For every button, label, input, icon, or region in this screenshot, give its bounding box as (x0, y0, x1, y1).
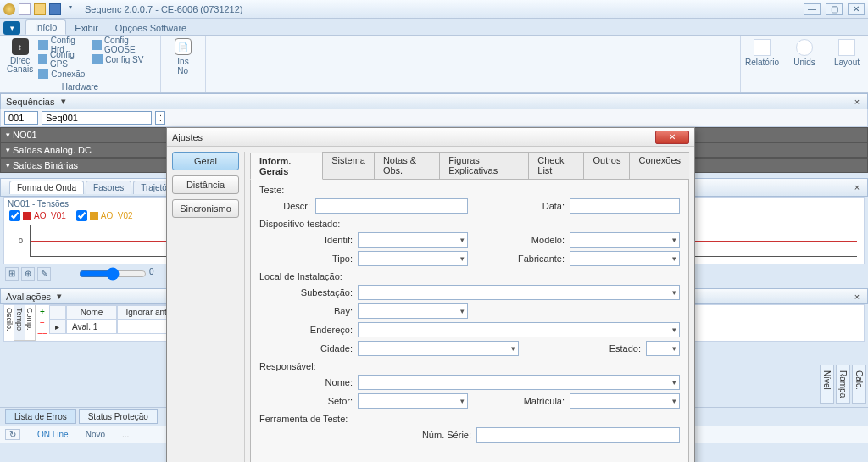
ribbon-tab-exibir[interactable]: Exibir (66, 21, 107, 35)
vtab-calc[interactable]: Calc. (852, 365, 866, 404)
combo-nome[interactable] (358, 375, 680, 390)
sequence-name-input[interactable] (42, 111, 152, 125)
dtab-inform-gerais[interactable]: Inform. Gerais (250, 153, 323, 180)
ribbon-tab-opcoes[interactable]: Opções Software (107, 21, 195, 35)
combo-subestacao[interactable] (358, 285, 680, 300)
sequence-count-input[interactable] (155, 111, 165, 125)
tab-lista-erros[interactable]: Lista de Erros (5, 409, 76, 424)
dropdown-icon[interactable]: ▾ (64, 3, 76, 15)
save-icon[interactable] (49, 3, 61, 15)
combo-setor[interactable] (358, 393, 468, 409)
dtab-outros[interactable]: Outros (583, 152, 630, 179)
refresh-icon[interactable]: ↻ (5, 429, 20, 440)
col-nome[interactable]: Nome (66, 305, 117, 320)
dialog-close-button[interactable]: ✕ (655, 131, 689, 144)
right-vertical-tabs: Nível Rampa Calc. (820, 365, 866, 404)
input-data[interactable] (570, 198, 680, 214)
vtab-rampa[interactable]: Rampa (836, 365, 850, 404)
ribbon-group-hardware: ↕ Direc Canais Config Hrd Config GPS Con… (0, 36, 161, 92)
sequence-id-input[interactable] (4, 111, 38, 125)
seq-node-label: Saídas Binárias (13, 160, 78, 170)
tool-btn[interactable]: ⊕ (21, 267, 35, 281)
legend-checkbox[interactable] (76, 210, 87, 221)
table-row[interactable]: ▸ Aval. 1 (49, 320, 185, 334)
combo-identif[interactable] (358, 232, 468, 248)
open-icon[interactable] (34, 3, 46, 15)
combo-estado[interactable] (646, 341, 680, 356)
legend-label: AO_V01 (34, 211, 66, 220)
legend-checkbox[interactable] (9, 210, 20, 221)
combo-bay[interactable] (358, 303, 468, 319)
direc-canais-icon: ↕ (12, 38, 29, 55)
side-distancia[interactable]: Distância (172, 175, 239, 194)
panel-close-icon[interactable]: × (852, 97, 862, 107)
minimize-button[interactable]: — (804, 3, 821, 15)
combo-fabricante[interactable] (570, 251, 680, 266)
avaliacoes-title: Avaliações (6, 292, 51, 302)
vlabel-oscilo[interactable]: Oscilo. (4, 305, 14, 341)
direc-canais-button[interactable]: ↕ Direc Canais (5, 38, 35, 74)
workspace: Sequências ▾ × ▾NO01 ▾Saídas Analog. DC … (0, 93, 868, 407)
legend-item-ao-v02[interactable]: AO_V02 (76, 210, 133, 221)
relatorio-button[interactable]: Relatório (741, 36, 783, 92)
dtab-conexoes[interactable]: Conexões (629, 152, 689, 179)
legend-swatch (90, 212, 98, 220)
conexao-button[interactable]: Conexão (38, 67, 89, 81)
legend-label: AO_V02 (101, 211, 133, 220)
table-header-row: Nome Ignorar antes (49, 305, 185, 320)
remove-button[interactable]: − (37, 318, 47, 328)
ins-button[interactable]: 📄 InsNo (166, 38, 200, 75)
dtab-sistema[interactable]: Sistema (322, 152, 375, 179)
tab-status-protecao[interactable]: Status Proteção (79, 409, 158, 424)
dtab-checklist[interactable]: Check List (528, 152, 584, 179)
zoom-slider[interactable] (79, 267, 147, 281)
combo-cidade[interactable] (358, 341, 519, 356)
dtab-notas[interactable]: Notas & Obs. (374, 152, 440, 179)
combo-modelo[interactable] (570, 232, 680, 248)
tab-fasores[interactable]: Fasores (86, 181, 131, 194)
vlabel-comp[interactable]: Comp. (25, 305, 35, 341)
remove-all-button[interactable]: −− (37, 329, 47, 339)
section-label-teste: Teste: (259, 185, 680, 195)
satellite-icon (38, 54, 47, 64)
side-sincronismo[interactable]: Sincronismo (172, 199, 239, 218)
close-button[interactable]: ✕ (848, 3, 865, 15)
tool-btn[interactable]: ✎ (37, 267, 51, 281)
document-icon: 📄 (175, 38, 192, 55)
config-sv-button[interactable]: Config SV (92, 53, 155, 66)
input-num-serie[interactable] (476, 427, 680, 443)
pin-icon[interactable]: ▾ (58, 96, 69, 107)
legend-item-ao-v01[interactable]: AO_V01 (9, 210, 66, 221)
new-icon[interactable] (19, 3, 31, 15)
input-descr[interactable] (315, 198, 468, 214)
config-goose-button[interactable]: Config GOOSE (92, 38, 155, 52)
vlabel-tempo[interactable]: Tempo (14, 305, 25, 341)
ribbon-group-insert: 📄 InsNo (161, 36, 206, 92)
ins-label: InsNo (177, 57, 188, 75)
unids-button[interactable]: Unids (783, 36, 826, 92)
status-dots: ... (122, 430, 129, 439)
tab-forma-de-onda[interactable]: Forma de Onda (9, 181, 84, 194)
label-bay: Bay: (259, 306, 353, 316)
layout-button[interactable]: Layout (826, 36, 868, 92)
pin-icon[interactable]: ▾ (54, 291, 64, 302)
panel-close-icon[interactable]: × (852, 292, 862, 302)
avaliacoes-table: Nome Ignorar antes ▸ Aval. 1 (49, 305, 185, 341)
chevron-down-icon: ▾ (6, 146, 10, 154)
file-menu-button[interactable]: ▾ (3, 21, 20, 35)
combo-tipo[interactable] (358, 251, 468, 266)
cell-nome: Aval. 1 (66, 320, 117, 334)
clock-icon (796, 39, 813, 56)
ribbon-tab-inicio[interactable]: Início (25, 19, 66, 35)
combo-matricula[interactable] (570, 393, 680, 409)
maximize-button[interactable]: ▢ (826, 3, 843, 15)
combo-endereco[interactable] (358, 322, 680, 337)
panel-close-icon[interactable]: × (852, 182, 862, 192)
side-geral[interactable]: Geral (172, 152, 239, 170)
vtab-nivel[interactable]: Nível (820, 365, 834, 404)
dtab-figuras[interactable]: Figuras Explicativas (439, 152, 529, 179)
label-descr: Descr: (259, 201, 310, 211)
add-button[interactable]: + (37, 307, 47, 317)
tool-btn[interactable]: ⊞ (5, 267, 19, 281)
config-gps-button[interactable]: Config GPS (38, 53, 89, 66)
